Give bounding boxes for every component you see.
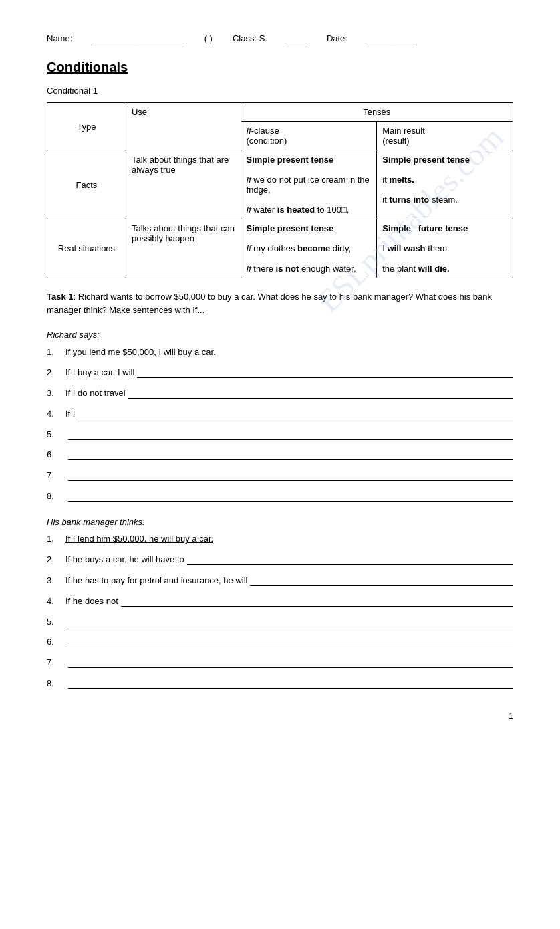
table-row-facts: Facts Talk about things that are always … bbox=[47, 150, 513, 219]
item-num: 8. bbox=[47, 677, 65, 691]
list-item: 2. If he buys a car, he will have to bbox=[47, 553, 513, 567]
answer-blank[interactable] bbox=[78, 407, 513, 419]
bank-manager-list: 1. If I lend him $50,000, he will buy a … bbox=[47, 532, 513, 690]
bank-manager-section: His bank manager thinks: 1. If I lend hi… bbox=[47, 516, 513, 691]
answer-blank[interactable] bbox=[68, 490, 513, 502]
list-item: 7. bbox=[47, 656, 513, 670]
answer-blank[interactable] bbox=[68, 469, 513, 481]
item-num: 7. bbox=[47, 656, 65, 670]
item-num: 3. bbox=[47, 574, 65, 588]
list-item: 7. bbox=[47, 469, 513, 483]
type-facts: Facts bbox=[47, 150, 126, 219]
item-num: 5. bbox=[47, 428, 65, 442]
list-item: 8. bbox=[47, 677, 513, 691]
list-item: 1. If I lend him $50,000, he will buy a … bbox=[47, 532, 513, 546]
list-item: 4. If I bbox=[47, 407, 513, 421]
item-prefix: If I buy a car, I will bbox=[65, 366, 134, 380]
item-text: If I lend him $50,000, he will buy a car… bbox=[65, 532, 213, 546]
if-facts: Simple present tense If we do not put ic… bbox=[241, 150, 377, 219]
list-item: 3. If I do not travel bbox=[47, 387, 513, 401]
item-num: 7. bbox=[47, 469, 65, 483]
answer-blank[interactable] bbox=[68, 635, 513, 647]
item-num: 4. bbox=[47, 595, 65, 609]
item-prefix: If he does not bbox=[65, 595, 118, 609]
use-facts: Talk about things that are always true bbox=[126, 150, 241, 219]
item-prefix: If he buys a car, he will have to bbox=[65, 553, 184, 567]
item-prefix: If I bbox=[65, 407, 75, 421]
item-num: 5. bbox=[47, 615, 65, 629]
richard-list: 1. If you lend me $50,000, I will buy a … bbox=[47, 346, 513, 504]
bank-manager-label: His bank manager thinks: bbox=[47, 516, 513, 529]
header: Name: ___________________ ( ) Class: S. … bbox=[47, 33, 513, 43]
item-num: 1. bbox=[47, 532, 65, 546]
col-use-header: Use bbox=[126, 103, 241, 150]
date-label: Date: bbox=[327, 33, 347, 43]
answer-blank[interactable] bbox=[137, 366, 513, 378]
answer-blank[interactable] bbox=[68, 656, 513, 668]
list-item: 2. If I buy a car, I will bbox=[47, 366, 513, 380]
item-text: If you lend me $50,000, I will buy a car… bbox=[65, 346, 216, 360]
list-item: 3. If he has to pay for petrol and insur… bbox=[47, 574, 513, 588]
item-num: 6. bbox=[47, 448, 65, 462]
tenses-header: Tenses bbox=[241, 103, 513, 122]
conditionals-table: Type Use Tenses If-clause(condition) Mai… bbox=[47, 102, 513, 278]
list-item: 4. If he does not bbox=[47, 595, 513, 609]
col-type-header: Type bbox=[47, 103, 126, 150]
task1-description: Task 1: Richard wants to borrow $50,000 … bbox=[47, 290, 513, 316]
table-row-real: Real situations Talks about things that … bbox=[47, 219, 513, 278]
answer-blank[interactable] bbox=[128, 387, 513, 399]
type-real: Real situations bbox=[47, 219, 126, 278]
task1-desc-text: : Richard wants to borrow $50,000 to buy… bbox=[47, 292, 492, 315]
item-num: 4. bbox=[47, 407, 65, 421]
if-real: Simple present tense If my clothes becom… bbox=[241, 219, 377, 278]
class-blank: ____ bbox=[287, 33, 307, 43]
richard-label: Richard says: bbox=[47, 328, 513, 342]
main-facts: Simple present tense it melts. it turns … bbox=[377, 150, 513, 219]
col-main-header: Main result(result) bbox=[377, 122, 513, 150]
conditional-label: Conditional 1 bbox=[47, 86, 513, 96]
item-num: 2. bbox=[47, 366, 65, 380]
date-blank: __________ bbox=[368, 33, 416, 43]
item-num: 2. bbox=[47, 553, 65, 567]
answer-blank[interactable] bbox=[250, 574, 513, 586]
item-num: 3. bbox=[47, 387, 65, 401]
item-num: 6. bbox=[47, 635, 65, 649]
item-prefix: If he has to pay for petrol and insuranc… bbox=[65, 574, 247, 588]
item-num: 8. bbox=[47, 490, 65, 504]
item-prefix: If I do not travel bbox=[65, 387, 126, 401]
task1-label: Task 1 bbox=[47, 292, 74, 302]
page-title: Conditionals bbox=[47, 60, 513, 75]
item-num: 1. bbox=[47, 346, 65, 360]
richard-section: Richard says: 1. If you lend me $50,000,… bbox=[47, 328, 513, 504]
answer-blank[interactable] bbox=[68, 615, 513, 627]
task1-section: Task 1: Richard wants to borrow $50,000 … bbox=[47, 290, 513, 316]
list-item: 1. If you lend me $50,000, I will buy a … bbox=[47, 346, 513, 360]
answer-blank[interactable] bbox=[68, 448, 513, 460]
answer-blank[interactable] bbox=[68, 428, 513, 440]
name-blank: ___________________ bbox=[92, 33, 184, 43]
answer-blank[interactable] bbox=[68, 677, 513, 689]
use-real: Talks about things that can possibly hap… bbox=[126, 219, 241, 278]
class-label: Class: S. bbox=[233, 33, 267, 43]
main-real: Simple future tense I will wash them. th… bbox=[377, 219, 513, 278]
col-if-header: If-clause(condition) bbox=[241, 122, 377, 150]
answer-blank[interactable] bbox=[187, 553, 513, 565]
list-item: 5. bbox=[47, 615, 513, 629]
page-number: 1 bbox=[47, 711, 513, 721]
list-item: 8. bbox=[47, 490, 513, 504]
list-item: 6. bbox=[47, 448, 513, 462]
list-item: 5. bbox=[47, 428, 513, 442]
paren: ( ) bbox=[204, 33, 213, 43]
name-label: Name: bbox=[47, 33, 72, 43]
list-item: 6. bbox=[47, 635, 513, 649]
answer-blank[interactable] bbox=[121, 595, 513, 607]
